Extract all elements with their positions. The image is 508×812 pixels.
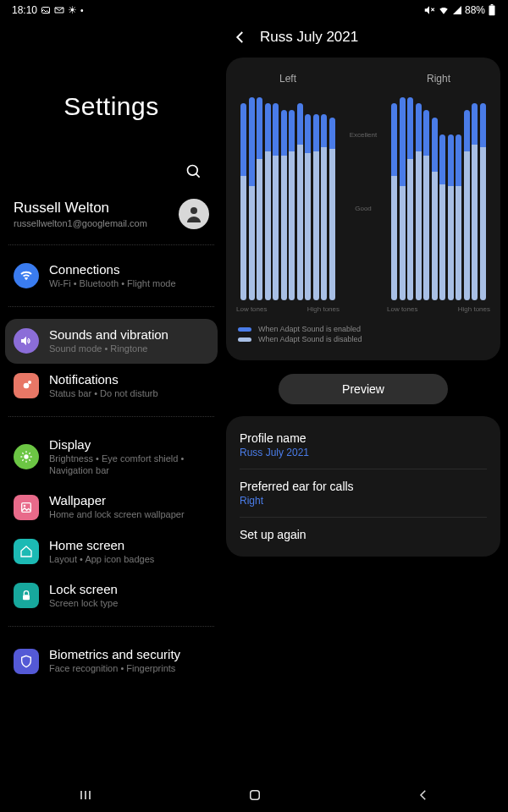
legend-disabled-pill [238, 337, 251, 342]
sub: Layout • App icon badges [49, 553, 154, 565]
chart-left-ear: Left Low tones High tones [235, 73, 341, 313]
adapt-sound-panel: Russ July 2021 Left Low tones High tones… [223, 20, 504, 778]
chart-bar [297, 93, 303, 300]
label: Notifications [49, 372, 158, 387]
sub: Status bar • Do not disturb [49, 387, 158, 399]
detail-value: Russ July 2021 [240, 447, 487, 458]
profile-email: russellwelton1@googlemail.com [14, 218, 147, 228]
avatar [179, 199, 209, 229]
svg-point-8 [24, 382, 30, 388]
settings-item-connections[interactable]: Connections Wi-Fi • Bluetooth • Flight m… [5, 254, 218, 298]
chart-bar [273, 93, 279, 300]
wifi-icon [14, 263, 39, 288]
chart-bar [464, 93, 470, 300]
nav-bar [0, 778, 508, 812]
chart-right-ear: Right Low tones High tones [385, 73, 492, 313]
setup-again-row[interactable]: Set up again [240, 518, 487, 551]
page-title: Settings [5, 92, 218, 121]
settings-item-homescreen[interactable]: Home screen Layout • App icon badges [5, 529, 218, 573]
svg-line-17 [22, 460, 23, 461]
settings-item-sounds[interactable]: Sounds and vibration Sound mode • Ringto… [5, 319, 218, 363]
settings-item-biometrics[interactable]: Biometrics and security Face recognition… [5, 639, 218, 683]
wallpaper-icon [14, 495, 39, 520]
settings-item-wallpaper[interactable]: Wallpaper Home and lock screen wallpaper [5, 485, 218, 529]
sub: Screen lock type [49, 597, 118, 609]
svg-point-20 [24, 504, 26, 507]
chart-y-labels: Excellent Good [348, 73, 378, 313]
gmail-icon [54, 5, 64, 15]
detail-value: Right [240, 495, 487, 507]
weather-icon: ☀ [68, 4, 77, 16]
svg-rect-19 [22, 502, 31, 512]
bell-icon [14, 373, 39, 398]
chart-bar [313, 93, 319, 300]
chart-right-label: Right [385, 73, 492, 85]
profile-name: Russell Welton [14, 200, 147, 217]
label: Display [49, 437, 209, 452]
svg-line-18 [29, 453, 30, 454]
svg-rect-25 [251, 791, 260, 800]
battery-percent: 88% [465, 4, 485, 16]
chart-card: Left Low tones High tones Excellent Good… [226, 58, 500, 360]
chart-bar [240, 93, 246, 300]
wifi-icon [438, 4, 450, 16]
settings-item-display[interactable]: Display Brightness • Eye comfort shield … [5, 429, 218, 486]
chart-bar [289, 93, 295, 300]
low-tones-label: Low tones [387, 305, 417, 313]
svg-point-9 [28, 381, 31, 384]
back-icon[interactable] [233, 30, 248, 45]
chart-bar [321, 93, 327, 300]
low-tones-label: Low tones [236, 305, 267, 313]
legend-enabled-text: When Adapt Sound is enabled [258, 325, 361, 333]
nav-home-icon[interactable] [247, 787, 262, 803]
more-icon: • [80, 6, 84, 15]
chart-bar [432, 93, 438, 300]
svg-point-7 [190, 207, 197, 214]
chart-bar [281, 93, 287, 300]
label: Sounds and vibration [49, 327, 168, 342]
chart-bar [400, 93, 406, 300]
chart-bar [391, 93, 397, 300]
sub: Face recognition • Fingerprints [49, 662, 180, 674]
right-header: Russ July 2021 [226, 20, 500, 58]
sub: Brightness • Eye comfort shield • Naviga… [49, 453, 209, 477]
chart-legend: When Adapt Sound is enabled When Adapt S… [235, 325, 492, 343]
excellent-label: Excellent [350, 131, 377, 139]
sub: Sound mode • Ringtone [49, 343, 168, 354]
settings-item-notifications[interactable]: Notifications Status bar • Do not distur… [5, 364, 218, 408]
preview-button[interactable]: Preview [279, 374, 448, 404]
status-right: 88% [423, 4, 496, 16]
profile-row[interactable]: Russell Welton russellwelton1@googlemail… [5, 199, 218, 244]
settings-item-lockscreen[interactable]: Lock screen Screen lock type [5, 573, 218, 617]
label: Connections [49, 262, 176, 277]
signal-icon [452, 5, 462, 15]
sub: Home and lock screen wallpaper [49, 508, 185, 520]
preferred-ear-row[interactable]: Preferred ear for calls Right [240, 469, 487, 518]
detail-label: Set up again [240, 528, 487, 541]
label: Biometrics and security [49, 647, 180, 661]
chart-bar [448, 93, 454, 300]
profile-name-row[interactable]: Profile name Russ July 2021 [240, 421, 487, 469]
nav-recents-icon[interactable] [77, 787, 94, 804]
home-icon [14, 539, 39, 564]
search-icon[interactable] [185, 163, 202, 180]
picture-icon [41, 5, 51, 15]
right-title: Russ July 2021 [260, 29, 358, 46]
mute-icon [423, 4, 435, 16]
svg-line-6 [196, 174, 200, 178]
chart-bar [265, 93, 271, 300]
chart-bar [407, 93, 413, 300]
speaker-icon [14, 328, 39, 354]
label: Wallpaper [49, 493, 185, 508]
legend-disabled-text: When Adapt Sound is disabled [258, 335, 362, 343]
chart-bar [472, 93, 478, 300]
battery-icon [488, 4, 496, 16]
svg-rect-21 [23, 595, 30, 601]
detail-label: Profile name [240, 431, 487, 445]
nav-back-icon[interactable] [416, 787, 431, 803]
high-tones-label: High tones [307, 305, 340, 313]
chart-bar [423, 93, 429, 300]
sub: Wi-Fi • Bluetooth • Flight mode [49, 277, 176, 289]
chart-left-label: Left [235, 73, 341, 85]
status-time: 18:10 [12, 4, 37, 16]
